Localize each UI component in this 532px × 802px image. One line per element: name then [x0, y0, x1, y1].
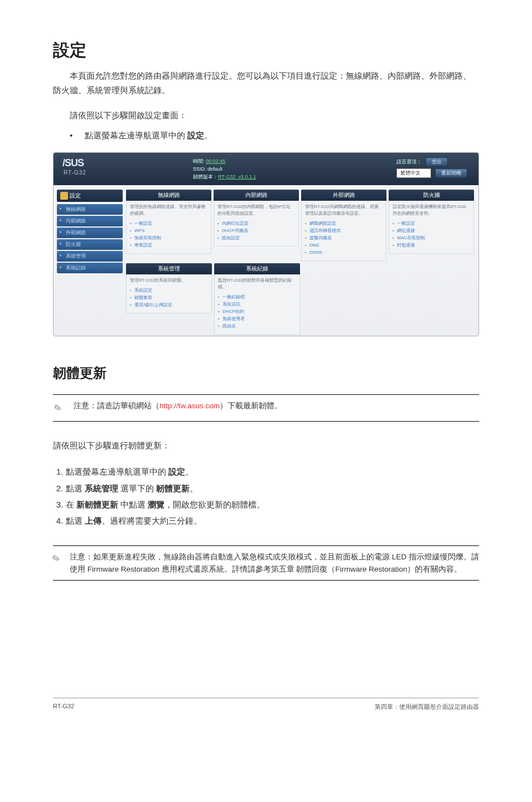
card-link[interactable]: 還原/儲出/上傳設定: [130, 301, 208, 308]
sidebar-item[interactable]: 外部網路: [57, 228, 123, 238]
card-link[interactable]: 一般紀錄檔: [218, 293, 296, 301]
note-icon: ✎: [49, 550, 66, 576]
card-link[interactable]: 路由設定: [217, 234, 295, 241]
bullet-text-suffix: 。: [204, 131, 212, 140]
router-settings-screenshot: /SUS RT-G32 時間: 00:02:45 SSID: default 韌…: [53, 152, 479, 336]
language-select[interactable]: 繁體中文: [396, 168, 431, 178]
card-link[interactable]: 一般設定: [130, 220, 207, 227]
settings-card: 內部網路管理RT-G32的內部網路，包括IP位址的分配與路由設定。內網位址設定D…: [214, 190, 299, 261]
time-label: 時間:: [193, 158, 206, 164]
settings-card: 無線網路管理您的無線網路連線、安全性與參數的微調。一般設定WPS無線存取控制專業…: [126, 190, 211, 261]
card-link[interactable]: WPS: [130, 227, 207, 234]
card-subtitle: 管理RT-G32的系統與韌體。: [130, 277, 208, 284]
firmware-steps-list: 點選螢幕左邊導航選單中的 設定。點選 系統管理 選單下的 韌體更新。在 新韌體更…: [53, 463, 479, 529]
list-item: 點選螢幕左邊導航選單中的 設定。: [66, 463, 480, 480]
bullet-text-bold: 設定: [187, 131, 204, 140]
card-link[interactable]: DHCP伺服器: [217, 227, 295, 234]
settings-card: 系統紀錄監控RT-G32的狀態與各種類型的紀錄檔。一般紀錄檔系統資訊DHCP租約…: [214, 263, 300, 335]
settings-card: 外部網路管理RT-G32與網際網路的連線、頻寬管理以及架設伺服器等設定。網際網路…: [301, 190, 386, 261]
sidebar-item[interactable]: 防火牆: [57, 239, 123, 250]
card-header: 外部網路: [301, 190, 386, 201]
card-link[interactable]: 虛擬伺服器: [305, 234, 383, 241]
page-footer: RT-G32 第四章：使用網頁圖形介面設定路由器: [53, 698, 479, 711]
brand-logo: /SUS: [62, 157, 84, 169]
card-header: 防火牆: [389, 190, 474, 201]
logout-button[interactable]: 登出: [425, 157, 448, 167]
card-link[interactable]: 無線存取控制: [130, 234, 207, 241]
card-link[interactable]: DDNS: [305, 249, 383, 256]
card-body: 管理RT-G32的內部網路，包括IP位址的分配與路由設定。內網位址設定DHCP伺…: [214, 201, 299, 247]
footer-left: RT-G32: [53, 703, 74, 711]
card-subtitle: 監控RT-G32的狀態與各種類型的紀錄檔。: [218, 277, 296, 291]
bullet-dot-icon: •: [70, 128, 83, 143]
list-item: 點選 系統管理 選單下的 韌體更新。: [66, 480, 480, 496]
card-link[interactable]: 網址過濾: [393, 227, 470, 234]
note-box-2: ✎ 注意：如果更新進程失敗，無線路由器將自動進入緊急模式或失敗模式，並且前面板上…: [53, 545, 479, 581]
list-item: 在 新韌體更新 中點選 瀏覽，開啟您欲更新的韌體檔。: [66, 496, 480, 513]
time-link[interactable]: 00:02:45: [206, 158, 225, 164]
list-item: 點選 上傳。過程將需要大約三分鐘。: [66, 513, 480, 529]
card-body: 設定防火牆與過濾機制來提高RT-G32所在的網路安全性。一般設定網址過濾MAC存…: [389, 201, 474, 254]
footer-right: 第四章：使用網頁圖形介面設定路由器: [375, 703, 479, 711]
card-link[interactable]: 無線使用者: [218, 315, 296, 322]
sidebar-item[interactable]: 系統管理: [57, 251, 123, 262]
card-link[interactable]: MAC存取控制: [393, 234, 470, 241]
sidebar-header: 設定: [57, 190, 123, 202]
card-header: 系統管理: [126, 263, 212, 274]
settings-card: 防火牆設定防火牆與過濾機制來提高RT-G32所在的網路安全性。一般設定網址過濾M…: [389, 190, 474, 261]
sidebar-item[interactable]: 無線網路: [57, 204, 123, 215]
note1-suffix: ）下載最新韌體。: [220, 402, 282, 410]
card-subtitle: 管理RT-G32的內部網路，包括IP位址的分配與路由設定。: [217, 204, 295, 217]
reboot-button[interactable]: 重新開機: [435, 168, 467, 178]
card-link[interactable]: 內網位址設定: [217, 220, 295, 227]
card-link[interactable]: 系統設定: [130, 287, 208, 294]
lang-label: 語言選項：: [396, 159, 422, 165]
intro-paragraph: 本頁面允許您對您的路由器與網路進行設定。您可以為以下項目進行設定：無線網路、內部…: [53, 69, 479, 97]
card-link[interactable]: 韌體更新: [130, 294, 208, 301]
fw-label: 韌體版本：: [193, 174, 218, 180]
firmware-update-heading: 韌體更新: [53, 364, 479, 382]
card-subtitle: 設定防火牆與過濾機制來提高RT-G32所在的網路安全性。: [393, 204, 470, 217]
card-link[interactable]: DHCP租約: [218, 308, 296, 315]
card-header: 系統紀錄: [214, 263, 300, 274]
settings-card: 系統管理管理RT-G32的系統與韌體。系統設定韌體更新還原/儲出/上傳設定: [126, 263, 212, 335]
card-link[interactable]: 專業設定: [130, 241, 207, 249]
bullet-step: • 點選螢幕左邊導航選單中的 設定。: [53, 128, 479, 143]
steps2-intro: 請依照以下步驟進行韌體更新：: [53, 438, 479, 453]
page-title: 設定: [53, 39, 479, 62]
card-header: 內部網路: [214, 190, 299, 201]
card-link[interactable]: 封包過濾: [393, 241, 470, 249]
note2-text: 注意：如果更新進程失敗，無線路由器將自動進入緊急模式或失敗模式，並且前面板上的電…: [70, 551, 479, 575]
card-body: 管理您的無線網路連線、安全性與參數的微調。一般設定WPS無線存取控制專業設定: [126, 201, 211, 254]
card-link[interactable]: DMZ: [305, 241, 383, 249]
steps-intro: 請依照以下步驟開啟設定畫面：: [53, 108, 479, 123]
note-box-1: ✎ 注意：請造訪華碩網站（http://tw.asus.com）下載最新韌體。: [53, 394, 479, 422]
ssid-label: SSID: default: [193, 166, 223, 172]
card-link[interactable]: 系統資訊: [218, 301, 296, 308]
card-subtitle: 管理RT-G32與網際網路的連線、頻寬管理以及架設伺服器等設定。: [305, 204, 383, 217]
sidebar-item[interactable]: 內部網路: [57, 216, 123, 226]
card-body: 管理RT-G32與網際網路的連線、頻寬管理以及架設伺服器等設定。網際網路設定通訊…: [301, 201, 386, 261]
note1-prefix: 注意：請造訪華碩網站（: [74, 402, 159, 410]
fw-link[interactable]: RT-G32_v3.0.1.1: [218, 174, 256, 180]
note-icon: ✎: [50, 398, 68, 418]
settings-icon: [60, 192, 68, 200]
card-link[interactable]: 網際網路設定: [305, 220, 383, 227]
card-link[interactable]: 路由表: [218, 322, 296, 330]
bullet-text-prefix: 點選螢幕左邊導航選單中的: [85, 131, 187, 140]
sidebar-item[interactable]: 系統記錄: [57, 263, 123, 273]
card-subtitle: 管理您的無線網路連線、安全性與參數的微調。: [130, 204, 207, 217]
model-label: RT-G32: [64, 170, 86, 176]
card-link[interactable]: 一般設定: [393, 220, 470, 227]
card-link[interactable]: 通訊埠轉發程式: [305, 227, 383, 234]
card-header: 無線網路: [126, 190, 211, 201]
asus-link[interactable]: http://tw.asus.com: [159, 402, 220, 410]
card-body: 管理RT-G32的系統與韌體。系統設定韌體更新還原/儲出/上傳設定: [126, 274, 212, 313]
card-body: 監控RT-G32的狀態與各種類型的紀錄檔。一般紀錄檔系統資訊DHCP租約無線使用…: [214, 274, 300, 335]
